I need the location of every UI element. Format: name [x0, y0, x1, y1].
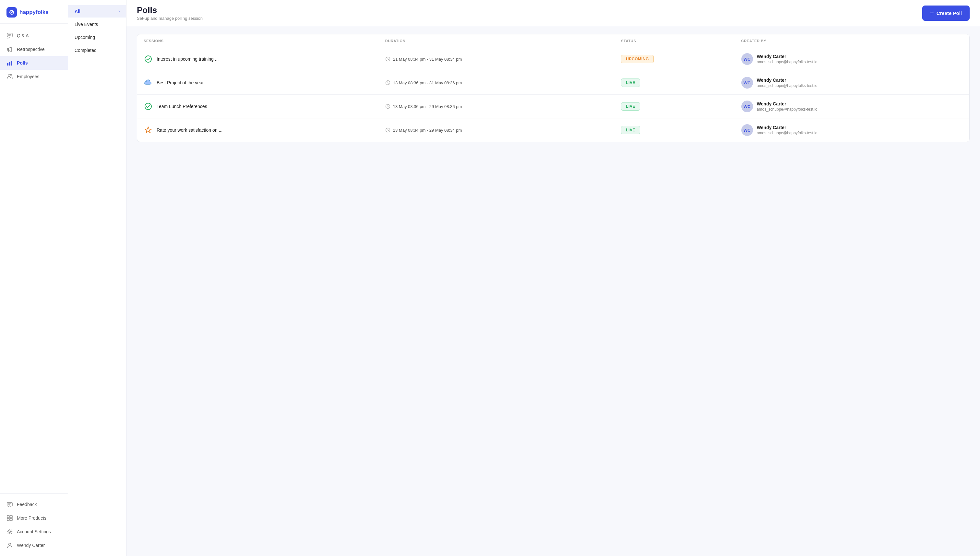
- svg-rect-14: [10, 516, 12, 518]
- table-head: Sessions Duration Status Created By: [137, 34, 969, 47]
- table-body: Interest in upcoming training ... 21 May…: [137, 47, 969, 142]
- submenu-item-live-events-label: Live Events: [74, 22, 98, 27]
- submenu-item-upcoming-label: Upcoming: [74, 35, 95, 40]
- duration-value: 13 May 08:34 pm - 29 May 08:34 pm: [393, 128, 462, 133]
- submenu-item-upcoming[interactable]: Upcoming: [68, 31, 126, 44]
- sidebar-item-user[interactable]: Wendy Carter: [0, 538, 68, 552]
- plus-icon: +: [930, 10, 934, 17]
- session-icon-check-green: [144, 102, 153, 111]
- clock-icon: [385, 104, 391, 109]
- sidebar-item-polls-label: Polls: [17, 60, 27, 66]
- gear-icon: [6, 529, 13, 535]
- duration-cell: 13 May 08:36 pm - 31 May 08:36 pm: [379, 71, 615, 95]
- svg-point-0: [11, 11, 11, 12]
- sidebar-item-qa[interactable]: Q & A: [0, 29, 68, 42]
- creator-info: Wendy Carter amos_schuppe@happyfolks-tes…: [757, 101, 817, 112]
- page-title: Polls: [137, 5, 203, 15]
- session-cell: Interest in upcoming training ...: [137, 47, 379, 71]
- svg-point-1: [12, 11, 13, 12]
- svg-rect-13: [7, 516, 10, 518]
- creator-email: amos_schuppe@happyfolks-test.io: [757, 83, 817, 88]
- logo-happy: happy: [19, 9, 36, 15]
- status-cell: LIVE: [615, 118, 735, 142]
- creator-email: amos_schuppe@happyfolks-test.io: [757, 107, 817, 112]
- session-name: Best Project of the year: [157, 80, 204, 85]
- duration-value: 21 May 08:34 pm - 31 May 08:34 pm: [393, 57, 462, 61]
- status-cell: UPCOMING: [615, 47, 735, 71]
- avatar: WC: [741, 100, 753, 112]
- sidebar-item-more-products-label: More Products: [17, 516, 46, 520]
- create-poll-button[interactable]: + Create Poll: [922, 5, 970, 21]
- table-row[interactable]: Best Project of the year 13 May 08:36 pm…: [137, 71, 969, 95]
- svg-point-18: [9, 543, 11, 546]
- logo[interactable]: happyfolks: [6, 7, 61, 18]
- table-row[interactable]: Interest in upcoming training ... 21 May…: [137, 47, 969, 71]
- sidebar-item-employees[interactable]: Employees: [0, 70, 68, 83]
- people-icon: [6, 73, 13, 80]
- creator-info: Wendy Carter amos_schuppe@happyfolks-tes…: [757, 78, 817, 88]
- sidebar-item-account-settings[interactable]: Account Settings: [0, 525, 68, 538]
- submenu-item-completed[interactable]: Completed: [68, 44, 126, 57]
- nav-main: Q & A Retrospective Polls: [0, 24, 68, 493]
- svg-rect-5: [7, 63, 8, 66]
- sidebar: happyfolks Q & A: [0, 0, 68, 556]
- logo-icon: [6, 7, 17, 18]
- chat-icon: [6, 32, 13, 39]
- creator-cell: WC Wendy Carter amos_schuppe@happyfolks-…: [735, 95, 969, 118]
- creator-cell: WC Wendy Carter amos_schuppe@happyfolks-…: [735, 47, 969, 71]
- clock-icon: [385, 80, 391, 85]
- clock-icon: [385, 57, 391, 61]
- sidebar-item-retrospective[interactable]: Retrospective: [0, 42, 68, 56]
- avatar: WC: [741, 53, 753, 65]
- svg-rect-6: [9, 62, 10, 66]
- table-row[interactable]: Team Lunch Preferences 13 May 08:36 pm -…: [137, 95, 969, 118]
- col-created-by: Created By: [735, 34, 969, 47]
- create-poll-label: Create Poll: [936, 10, 962, 16]
- session-icon-check-green: [144, 55, 153, 63]
- sidebar-item-employees-label: Employees: [17, 74, 39, 79]
- session-cell: Best Project of the year: [137, 71, 379, 95]
- topbar: Polls Set-up and manage polling session …: [126, 0, 980, 26]
- creator-info: Wendy Carter amos_schuppe@happyfolks-tes…: [757, 125, 817, 135]
- nav-bottom: Feedback More Products Account Setting: [0, 493, 68, 556]
- session-name: Rate your work satisfaction on ...: [157, 128, 223, 133]
- session-icon-cloud-blue: [144, 78, 153, 87]
- duration-value: 13 May 08:36 pm - 31 May 08:36 pm: [393, 81, 462, 85]
- chart-icon: [6, 60, 13, 66]
- svg-rect-2: [7, 33, 12, 37]
- status-badge: LIVE: [621, 102, 640, 111]
- sidebar-item-more-products[interactable]: More Products: [0, 511, 68, 525]
- polls-table: Sessions Duration Status Created By Inte…: [137, 34, 970, 142]
- sidebar-item-account-settings-label: Account Settings: [17, 529, 51, 534]
- chevron-right-icon: ›: [118, 9, 119, 14]
- svg-point-8: [8, 74, 10, 76]
- submenu-item-all[interactable]: All ›: [68, 5, 126, 18]
- page-title-area: Polls Set-up and manage polling session: [137, 5, 203, 21]
- session-cell: Rate your work satisfaction on ...: [137, 118, 379, 142]
- avatar: WC: [741, 77, 753, 89]
- svg-point-9: [10, 74, 12, 76]
- svg-rect-16: [10, 518, 12, 520]
- creator-cell: WC Wendy Carter amos_schuppe@happyfolks-…: [735, 118, 969, 142]
- table-row[interactable]: Rate your work satisfaction on ... 13 Ma…: [137, 118, 969, 142]
- sidebar-item-feedback[interactable]: Feedback: [0, 498, 68, 511]
- duration-value: 13 May 08:36 pm - 29 May 08:36 pm: [393, 104, 462, 109]
- person-icon: [6, 542, 13, 548]
- svg-point-17: [9, 531, 11, 533]
- creator-name: Wendy Carter: [757, 54, 817, 59]
- sidebar-item-user-label: Wendy Carter: [17, 543, 45, 548]
- duration-cell: 21 May 08:34 pm - 31 May 08:34 pm: [379, 47, 615, 71]
- grid-icon: [6, 515, 13, 521]
- creator-name: Wendy Carter: [757, 78, 817, 83]
- logo-text: happyfolks: [19, 9, 48, 16]
- sidebar-item-feedback-label: Feedback: [17, 502, 37, 507]
- col-duration: Duration: [379, 34, 615, 47]
- svg-rect-7: [11, 61, 12, 66]
- status-badge: LIVE: [621, 126, 640, 134]
- duration-cell: 13 May 08:34 pm - 29 May 08:34 pm: [379, 118, 615, 142]
- submenu-item-all-label: All: [74, 9, 81, 14]
- megaphone-icon: [6, 46, 13, 53]
- sidebar-item-polls[interactable]: Polls: [0, 56, 68, 70]
- col-sessions: Sessions: [137, 34, 379, 47]
- submenu-item-live-events[interactable]: Live Events: [68, 18, 126, 31]
